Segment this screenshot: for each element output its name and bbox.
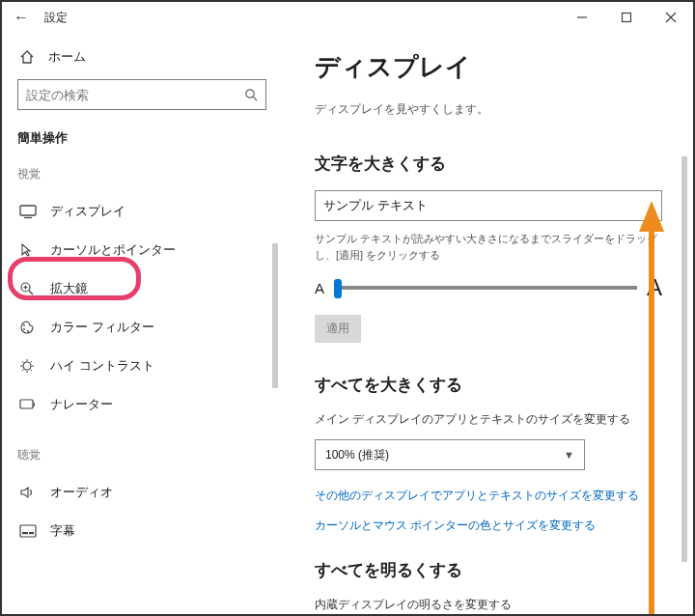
slider-small-a: A [315, 280, 324, 296]
svg-line-9 [29, 291, 33, 294]
search-input[interactable] [26, 88, 244, 102]
sidebar-home-label: ホーム [48, 48, 86, 66]
sidebar: ホーム 簡単操作 視覚 ディスプレイ カーソルとポインター 拡大鏡 [2, 33, 282, 614]
sidebar-item-display[interactable]: ディスプレイ [2, 192, 282, 231]
sidebar-item-narrator[interactable]: ナレーター [2, 385, 282, 424]
nav-label: 拡大鏡 [50, 280, 88, 297]
apply-button[interactable]: 適用 [315, 315, 361, 343]
sidebar-item-cursor[interactable]: カーソルとポインター [2, 231, 282, 269]
link-other-displays[interactable]: その他のディスプレイでアプリとテキストのサイズを変更する [315, 488, 666, 504]
sidebar-item-magnifier[interactable]: 拡大鏡 [2, 269, 282, 308]
nav-label: ハイ コントラスト [50, 357, 154, 375]
svg-line-23 [31, 361, 33, 363]
contrast-icon [19, 358, 37, 374]
sidebar-item-audio[interactable]: オーディオ [2, 473, 282, 512]
nav-label: カラー フィルター [50, 319, 154, 336]
palette-icon [19, 320, 37, 335]
sidebar-section-title: 簡単操作 [2, 127, 282, 166]
sidebar-item-color-filter[interactable]: カラー フィルター [2, 308, 282, 347]
svg-point-15 [23, 362, 31, 370]
svg-rect-26 [22, 532, 28, 534]
annotation-arrow-stem [649, 230, 654, 614]
svg-rect-1 [623, 14, 631, 22]
search-icon [244, 88, 258, 101]
sidebar-item-captions[interactable]: 字幕 [2, 512, 282, 550]
titlebar: ← 設定 [2, 2, 693, 33]
link-cursor-pointer[interactable]: カーソルとマウス ポインターの色とサイズを変更する [315, 518, 666, 534]
close-button[interactable] [649, 2, 693, 33]
cursor-icon [19, 242, 37, 258]
sidebar-home[interactable]: ホーム [2, 41, 282, 79]
magnifier-icon [19, 281, 37, 296]
nav-label: 字幕 [50, 522, 75, 540]
text-size-slider-row: A A [315, 274, 662, 301]
svg-line-20 [22, 361, 24, 363]
text-size-hint: サンプル テキストが読みやすい大きさになるまでスライダーをドラッグし、[適用] … [315, 231, 662, 263]
bright-line: 内蔵ディスプレイの明るさを変更する [315, 597, 666, 613]
main-scrollbar[interactable] [681, 156, 687, 562]
window-title: 設定 [44, 10, 68, 26]
nav-label: オーディオ [50, 484, 113, 501]
svg-rect-25 [20, 525, 36, 537]
svg-line-21 [31, 370, 33, 372]
slider-thumb[interactable] [334, 279, 342, 298]
search-input-wrap[interactable] [17, 79, 266, 110]
svg-line-5 [253, 97, 257, 100]
sidebar-group-audio: 聴覚 [2, 424, 282, 473]
svg-point-13 [23, 328, 25, 330]
chevron-down-icon: ▼ [564, 449, 574, 461]
scale-select[interactable]: 100% (推奨) ▼ [315, 439, 585, 470]
sidebar-item-high-contrast[interactable]: ハイ コントラスト [2, 347, 282, 385]
page-title: ディスプレイ [315, 50, 666, 84]
sidebar-scrollbar[interactable] [272, 243, 278, 388]
back-button[interactable]: ← [14, 9, 41, 26]
svg-rect-24 [20, 400, 33, 408]
svg-point-12 [23, 324, 25, 326]
nav-label: ナレーター [50, 396, 113, 413]
page-subtitle: ディスプレイを見やすくします。 [315, 101, 666, 118]
display-icon [19, 204, 37, 219]
scale-select-value: 100% (推奨) [325, 447, 389, 463]
text-size-slider[interactable] [334, 286, 637, 290]
home-icon [19, 49, 35, 65]
annotation-arrow-head [639, 201, 664, 232]
section-text-title: 文字を大きくする [315, 153, 666, 175]
maximize-button[interactable] [604, 2, 649, 33]
minimize-button[interactable] [560, 2, 604, 33]
captions-icon [19, 524, 37, 538]
section-bright-title: すべてを明るくする [315, 559, 666, 581]
svg-point-4 [246, 90, 254, 98]
nav-label: ディスプレイ [50, 203, 125, 220]
svg-point-14 [27, 330, 29, 332]
svg-rect-6 [20, 206, 36, 215]
svg-rect-27 [29, 532, 34, 534]
sample-text-box: サンプル テキスト [315, 190, 662, 221]
scale-line: メイン ディスプレイのアプリとテキストのサイズを変更する [315, 411, 666, 428]
sidebar-group-visual: 視覚 [2, 166, 282, 192]
narrator-icon [19, 397, 37, 412]
section-scale-title: すべてを大きくする [315, 374, 666, 396]
main-panel: ディスプレイ ディスプレイを見やすくします。 文字を大きくする サンプル テキス… [282, 33, 693, 614]
svg-line-22 [22, 370, 24, 372]
audio-icon [19, 485, 37, 500]
nav-label: カーソルとポインター [50, 241, 176, 259]
